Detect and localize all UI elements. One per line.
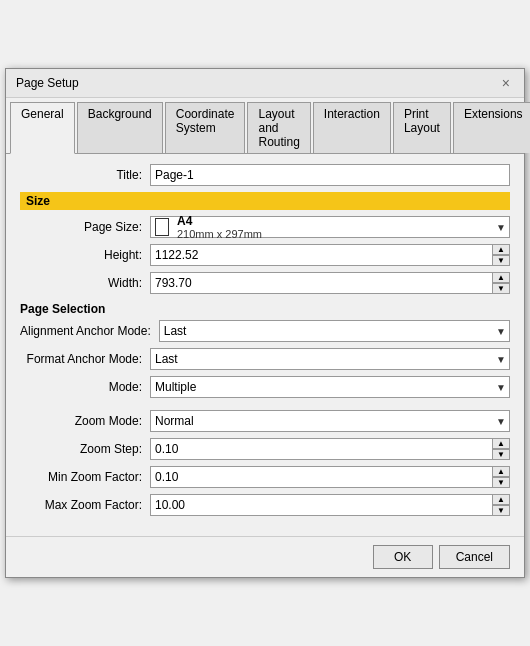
page-size-label: Page Size:: [20, 220, 150, 234]
format-anchor-select[interactable]: Last First: [150, 348, 510, 370]
mode-row: Mode: Multiple Single ▼: [20, 376, 510, 398]
mode-label: Mode:: [20, 380, 150, 394]
size-section-header: Size: [20, 192, 510, 210]
tab-general[interactable]: General: [10, 102, 75, 154]
content-area: Title: Size Page Size: A4 210mm x 297mm …: [6, 154, 524, 532]
dialog-title: Page Setup: [16, 76, 79, 90]
width-down-button[interactable]: ▼: [492, 283, 510, 294]
min-zoom-spinner-buttons: ▲ ▼: [492, 466, 510, 488]
zoom-step-input[interactable]: [150, 438, 510, 460]
zoom-mode-row: Zoom Mode: Normal Fit Page Fit Width ▼: [20, 410, 510, 432]
max-zoom-input[interactable]: [150, 494, 510, 516]
min-zoom-spinner: ▲ ▼: [150, 466, 510, 488]
mode-select-wrap: Multiple Single ▼: [150, 376, 510, 398]
min-zoom-label: Min Zoom Factor:: [20, 470, 150, 484]
title-label: Title:: [20, 168, 150, 182]
min-zoom-input[interactable]: [150, 466, 510, 488]
max-zoom-down-button[interactable]: ▼: [492, 505, 510, 516]
zoom-step-row: Zoom Step: ▲ ▼: [20, 438, 510, 460]
max-zoom-up-button[interactable]: ▲: [492, 494, 510, 505]
max-zoom-spinner: ▲ ▼: [150, 494, 510, 516]
format-anchor-select-wrap: Last First ▼: [150, 348, 510, 370]
title-input[interactable]: [150, 164, 510, 186]
alignment-anchor-label: Alignment Anchor Mode:: [20, 324, 159, 338]
zoom-step-down-button[interactable]: ▼: [492, 449, 510, 460]
height-label: Height:: [20, 248, 150, 262]
alignment-anchor-select[interactable]: Last First: [159, 320, 510, 342]
tab-extensions[interactable]: Extensions: [453, 102, 530, 153]
title-row: Title:: [20, 164, 510, 186]
tab-print-layout[interactable]: Print Layout: [393, 102, 451, 153]
zoom-step-up-button[interactable]: ▲: [492, 438, 510, 449]
width-input[interactable]: [150, 272, 510, 294]
height-spinner: ▲ ▼: [150, 244, 510, 266]
max-zoom-label: Max Zoom Factor:: [20, 498, 150, 512]
cancel-button[interactable]: Cancel: [439, 545, 510, 569]
tab-interaction[interactable]: Interaction: [313, 102, 391, 153]
bottom-buttons: OK Cancel: [6, 536, 524, 577]
width-row: Width: ▲ ▼: [20, 272, 510, 294]
mode-select[interactable]: Multiple Single: [150, 376, 510, 398]
format-anchor-row: Format Anchor Mode: Last First ▼: [20, 348, 510, 370]
format-anchor-label: Format Anchor Mode:: [20, 352, 150, 366]
title-bar: Page Setup ×: [6, 69, 524, 98]
page-selection-label: Page Selection: [20, 302, 510, 316]
tab-coordinate-system[interactable]: Coordinate System: [165, 102, 246, 153]
page-size-row: Page Size: A4 210mm x 297mm ▼ A4 A3 Lett…: [20, 216, 510, 238]
tab-bar: General Background Coordinate System Lay…: [6, 98, 524, 154]
zoom-step-spinner: ▲ ▼: [150, 438, 510, 460]
zoom-mode-select[interactable]: Normal Fit Page Fit Width: [150, 410, 510, 432]
zoom-mode-select-wrap: Normal Fit Page Fit Width ▼: [150, 410, 510, 432]
zoom-step-spinner-buttons: ▲ ▼: [492, 438, 510, 460]
width-up-button[interactable]: ▲: [492, 272, 510, 283]
height-down-button[interactable]: ▼: [492, 255, 510, 266]
height-spinner-buttons: ▲ ▼: [492, 244, 510, 266]
height-row: Height: ▲ ▼: [20, 244, 510, 266]
tab-layout-routing[interactable]: Layout and Routing: [247, 102, 310, 153]
max-zoom-spinner-buttons: ▲ ▼: [492, 494, 510, 516]
max-zoom-row: Max Zoom Factor: ▲ ▼: [20, 494, 510, 516]
width-spinner-buttons: ▲ ▼: [492, 272, 510, 294]
width-label: Width:: [20, 276, 150, 290]
alignment-anchor-select-wrap: Last First ▼: [159, 320, 510, 342]
min-zoom-row: Min Zoom Factor: ▲ ▼: [20, 466, 510, 488]
height-input[interactable]: [150, 244, 510, 266]
zoom-mode-label: Zoom Mode:: [20, 414, 150, 428]
page-size-select-wrap: A4 210mm x 297mm ▼ A4 A3 Letter: [150, 216, 510, 238]
height-up-button[interactable]: ▲: [492, 244, 510, 255]
min-zoom-up-button[interactable]: ▲: [492, 466, 510, 477]
close-button[interactable]: ×: [498, 75, 514, 91]
width-spinner: ▲ ▼: [150, 272, 510, 294]
zoom-step-label: Zoom Step:: [20, 442, 150, 456]
tab-background[interactable]: Background: [77, 102, 163, 153]
alignment-anchor-row: Alignment Anchor Mode: Last First ▼: [20, 320, 510, 342]
ok-button[interactable]: OK: [373, 545, 433, 569]
min-zoom-down-button[interactable]: ▼: [492, 477, 510, 488]
page-setup-dialog: Page Setup × General Background Coordina…: [5, 68, 525, 578]
